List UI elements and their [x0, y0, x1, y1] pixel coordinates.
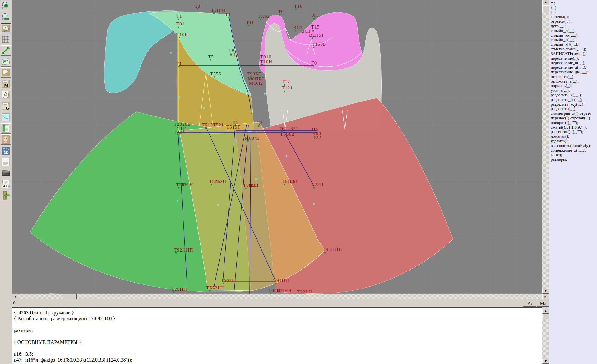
- construction-point[interactable]: [223, 283, 224, 284]
- hscroll-track[interactable]: [12, 294, 542, 299]
- construction-point[interactable]: [281, 131, 283, 133]
- construction-point[interactable]: [175, 252, 177, 254]
- construction-point[interactable]: [279, 14, 281, 15]
- construction-point[interactable]: [178, 187, 179, 189]
- reference-point[interactable]: [286, 155, 287, 157]
- command-item[interactable]: отложить_в(,,,);: [549, 79, 597, 84]
- reference-point[interactable]: [178, 96, 180, 98]
- sketch-button[interactable]: [1, 57, 11, 67]
- reference-point[interactable]: [235, 75, 237, 76]
- md-mode-button[interactable]: Мд: [537, 300, 550, 307]
- text-doc-button[interactable]: [1, 157, 11, 167]
- construction-point[interactable]: [228, 17, 229, 18]
- reference-point[interactable]: [170, 52, 172, 54]
- command-item[interactable]: :=метка(точка(,),,,,);: [549, 47, 597, 52]
- construction-point[interactable]: [197, 8, 198, 10]
- command-item[interactable]: угол_к(,,,);: [549, 88, 597, 93]
- command-item[interactable]: поворот((),,,"");: [549, 121, 597, 125]
- command-item[interactable]: пересечение_дн(,,,,,);: [549, 70, 597, 75]
- construction-point[interactable]: [284, 84, 285, 86]
- construction-point[interactable]: [313, 133, 314, 134]
- construction-point[interactable]: [258, 125, 260, 127]
- construction-point[interactable]: [173, 291, 174, 293]
- command-item[interactable]: развести((),(),,,"");: [549, 130, 597, 134]
- measure-button[interactable]: [1, 45, 11, 56]
- construction-point[interactable]: [260, 19, 261, 20]
- construction-point[interactable]: [178, 66, 180, 67]
- grid-button[interactable]: [1, 34, 11, 44]
- grading-g-button[interactable]: G: [1, 101, 11, 111]
- construction-point[interactable]: [177, 134, 179, 135]
- hscroll-thumb[interactable]: [63, 294, 77, 299]
- reference-point[interactable]: [313, 203, 315, 205]
- zoom-in-button[interactable]: [1, 1, 11, 11]
- model-m-button[interactable]: M: [1, 79, 11, 89]
- command-item[interactable]: сплайн_д(,,,,);: [549, 29, 597, 33]
- construction-point[interactable]: [324, 252, 326, 254]
- construction-point[interactable]: [250, 76, 252, 78]
- construction-point[interactable]: [262, 60, 264, 61]
- hscroll-right-arrow[interactable]: ►: [542, 294, 549, 299]
- command-item[interactable]: ЗАПИСАТЬ(имя=(),: [549, 52, 597, 56]
- construction-point[interactable]: [312, 30, 314, 32]
- code-editor[interactable]: { 4263 Платье без рукавов }{ Разработано…: [12, 307, 542, 364]
- command-item[interactable]: разделить_н(,,,,,);: [549, 93, 597, 98]
- code-vscroll-down-arrow[interactable]: ▼: [542, 359, 549, 364]
- vscroll-up-arrow[interactable]: ▲: [542, 0, 549, 5]
- drafting-button[interactable]: A: [1, 90, 11, 100]
- command-item[interactable]: [ ]: [549, 10, 597, 15]
- construction-point[interactable]: [178, 27, 179, 28]
- command-item[interactable]: сплайн_к(,,,,);: [549, 38, 597, 42]
- command-item[interactable]: сжать((),,,1.1,0.9,"");: [549, 125, 597, 130]
- command-item[interactable]: нормаль(,,);: [549, 84, 597, 88]
- construction-point[interactable]: [177, 127, 179, 128]
- construction-point[interactable]: [275, 283, 276, 284]
- alg-button[interactable]: ALG: [1, 179, 11, 189]
- reference-point[interactable]: [217, 204, 219, 206]
- command-item[interactable]: разделить_ксу(,,,,);: [549, 102, 597, 107]
- command-item[interactable]: перенос((),отрезок( , ): [549, 116, 597, 121]
- reference-point[interactable]: [177, 200, 178, 202]
- hscroll-left-arrow[interactable]: ◄: [12, 294, 18, 299]
- zoom-out-button[interactable]: [1, 12, 11, 22]
- photo-button[interactable]: [1, 134, 11, 145]
- command-item[interactable]: { }: [549, 6, 597, 10]
- command-item[interactable]: разделить_кс(,,,,);: [549, 98, 597, 102]
- reference-point[interactable]: [264, 93, 266, 95]
- reference-point[interactable]: [364, 47, 366, 48]
- construction-point[interactable]: [247, 140, 249, 142]
- construction-point[interactable]: [179, 37, 180, 38]
- vscroll-thumb[interactable]: [542, 5, 549, 13]
- table-button[interactable]: [1, 123, 11, 134]
- archive-button[interactable]: [1, 168, 11, 178]
- command-item[interactable]: отложить(,,,);: [549, 75, 597, 79]
- command-item[interactable]: сплайн_к[](,,,,);: [549, 42, 597, 47]
- pieces-button[interactable]: [1, 67, 11, 78]
- construction-point[interactable]: [214, 76, 215, 78]
- layout-8-button[interactable]: 8: [1, 112, 11, 122]
- construction-point[interactable]: [234, 125, 235, 126]
- construction-point[interactable]: [248, 25, 250, 26]
- rz-mode-button[interactable]: Рз: [523, 300, 536, 307]
- command-item[interactable]: дуга(,,,);: [549, 24, 597, 29]
- command-item[interactable]: симметрия_л((),отрезо: [549, 111, 597, 116]
- command-list-panel[interactable]: = ;{ }[ ]:=точка(,);отрезок( , );дуга(,,…: [549, 0, 597, 364]
- command-item[interactable]: сплайн_кк(,,,,,);: [549, 33, 597, 38]
- command-item[interactable]: ломаная();: [549, 134, 597, 139]
- construction-point[interactable]: [205, 127, 207, 129]
- view-3d-button[interactable]: 3D: [1, 146, 11, 156]
- construction-point[interactable]: [284, 184, 285, 185]
- code-vscroll-up-arrow[interactable]: ▲: [542, 309, 549, 314]
- command-item[interactable]: сопряжение_д(,,,,,,);: [549, 148, 597, 153]
- code-vscroll-thumb[interactable]: [542, 314, 549, 319]
- construction-point[interactable]: [178, 19, 179, 20]
- exit-button[interactable]: [1, 190, 11, 200]
- drawing-canvas[interactable]: Т3Т3П44Т1Т1Т01Т10БТ5Т8Т18Т555Г1Т11ТХ62Т6…: [12, 0, 542, 294]
- construction-point[interactable]: [230, 54, 232, 56]
- command-item[interactable]: отрезок( , );: [549, 19, 597, 24]
- construction-point[interactable]: [261, 64, 263, 66]
- construction-point[interactable]: [312, 37, 313, 39]
- construction-point[interactable]: [313, 65, 314, 67]
- reference-point[interactable]: [281, 37, 283, 38]
- vscroll-track[interactable]: [542, 0, 549, 294]
